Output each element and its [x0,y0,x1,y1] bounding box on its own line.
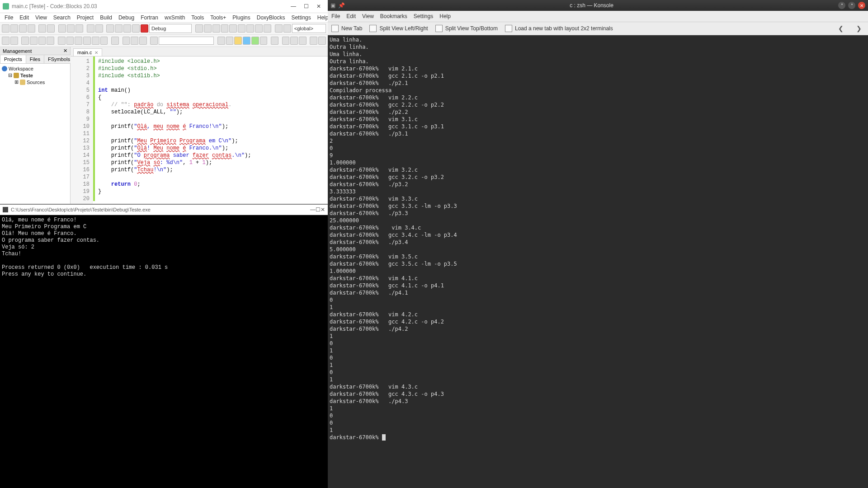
konsole-menu-view[interactable]: View [362,13,374,19]
code-editor[interactable]: 1234567891011121314151617181920 #include… [71,56,328,204]
abort-icon[interactable] [141,24,148,33]
menu-tools[interactable]: Tools [189,14,207,22]
menu-view[interactable]: View [33,14,50,22]
jump-back-icon[interactable] [123,37,130,45]
menu-settings[interactable]: Settings [288,14,313,22]
konsole-menu-settings[interactable]: Settings [414,13,433,19]
close-button[interactable]: ✕ [312,2,325,11]
next-instr-icon[interactable] [238,24,245,33]
build-target-dropdown[interactable]: Debug [149,24,192,33]
doxy6-icon[interactable] [100,37,108,45]
find-icon[interactable] [87,24,94,33]
mgmt-tab-projects[interactable]: Projects [0,55,26,63]
hl-clear-icon[interactable] [260,37,268,45]
hl-next-icon[interactable] [226,37,234,45]
replace-icon[interactable] [95,24,103,33]
app-menu-icon[interactable]: ▣ [330,2,335,9]
konsole-menu-file[interactable]: File [331,13,340,19]
hl-c-icon[interactable] [251,37,259,45]
run-last-icon[interactable] [150,37,158,45]
menu-file[interactable]: File [2,14,16,22]
menu-search[interactable]: Search [51,14,73,22]
menu-doxyblocks[interactable]: DoxyBlocks [254,14,288,22]
back-icon[interactable] [2,37,9,45]
konsole-maximize-button[interactable]: ˄ [848,2,855,9]
paste-icon[interactable] [75,24,83,33]
menu-edit[interactable]: Edit [17,14,32,22]
scope-dropdown[interactable]: <global> [292,24,326,33]
cut-icon[interactable] [58,24,66,33]
mgmt-tab-files[interactable]: Files [26,55,44,63]
console-maximize-button[interactable]: ☐ [316,206,321,213]
menu-wxsmith[interactable]: wxSmith [162,14,188,22]
build-icon[interactable] [106,24,114,33]
bookmark-next-icon[interactable] [38,37,46,45]
konsole-menu-bookmarks[interactable]: Bookmarks [380,13,407,19]
extra2-icon[interactable] [318,37,326,45]
bookmark-clear-icon[interactable] [47,37,54,45]
stop-debug-icon[interactable] [264,24,271,33]
bookmark-prev-icon[interactable] [30,37,38,45]
code-area[interactable]: #include <locale.h>#include <stdio.h>#in… [95,56,328,204]
pin-icon[interactable]: 📌 [338,2,345,9]
project-tree[interactable]: Workspace ⊟Teste ⊞Sources [0,64,70,204]
debug-start-icon[interactable] [195,24,203,33]
panel2-icon[interactable] [290,37,298,45]
doxy4-icon[interactable] [83,37,91,45]
rebuild-icon[interactable] [132,24,140,33]
konsole-minimize-button[interactable]: ˅ [838,2,845,9]
konsole-menu-help[interactable]: Help [439,13,451,19]
undo-icon[interactable] [38,24,46,33]
step-over-icon[interactable] [212,24,220,33]
maximize-button[interactable]: ☐ [300,2,312,11]
build-run-icon[interactable] [123,24,131,33]
split-tb-button[interactable]: Split View Top/Bottom [435,25,498,32]
console-minimize-button[interactable]: — [310,206,316,213]
doxy2-icon[interactable] [66,37,74,45]
run-icon[interactable] [115,24,123,33]
menu-build[interactable]: Build [97,14,115,22]
bookmark-icon[interactable] [21,37,29,45]
console-output[interactable]: Olá, meu nome é Franco! Meu Primeiro Pro… [0,215,328,488]
panel3-icon[interactable] [299,37,307,45]
hl-b-icon[interactable] [243,37,250,45]
open-icon[interactable] [10,24,18,33]
doxy-icon[interactable] [58,37,66,45]
jump-last-icon[interactable] [139,37,147,45]
menu-debug[interactable]: Debug [116,14,137,22]
file-tab-main-c[interactable]: main.c ✕ [73,48,102,56]
menu-project[interactable]: Project [74,14,96,22]
run-to-cursor-icon[interactable] [204,24,212,33]
management-close-icon[interactable]: ✕ [63,48,67,54]
konsole-close-button[interactable]: ✕ [858,2,865,9]
step-instr-icon[interactable] [246,24,254,33]
mgmt-tab-fsymbols[interactable]: FSymbols [44,55,74,63]
copy-icon[interactable] [67,24,75,33]
panel1-icon[interactable] [282,37,290,45]
tree-expand-icon[interactable]: ⊞ [14,79,19,85]
doxy5-icon[interactable] [92,37,99,45]
konsole-menu-edit[interactable]: Edit [346,13,356,19]
hl-prev-icon[interactable] [217,37,225,45]
save-icon[interactable] [19,24,27,33]
step-out-icon[interactable] [229,24,237,33]
minimize-button[interactable]: — [287,2,300,11]
debug-windows-icon[interactable] [275,24,283,33]
new-tab-button[interactable]: New Tab [331,25,362,32]
new-file-icon[interactable] [2,24,9,33]
close-tab-icon[interactable]: ✕ [94,50,98,55]
hl-a-icon[interactable] [234,37,242,45]
terminal-output[interactable]: Uma linha. Outra linha. Uma linha. Outra… [328,35,868,488]
doxy3-icon[interactable] [75,37,82,45]
step-into-icon[interactable] [221,24,229,33]
next-tab-button[interactable]: ❯ [854,25,864,32]
layout-2x2-button[interactable]: Load a new tab with layout 2x2 terminals [505,25,613,32]
search-input[interactable] [159,37,214,45]
select-tool-icon[interactable] [111,37,119,45]
break-icon[interactable] [255,24,263,33]
extra1-icon[interactable] [310,37,317,45]
split-lr-button[interactable]: Split View Left/Right [369,25,428,32]
forward-icon[interactable] [10,37,18,45]
menu-fortran[interactable]: Fortran [138,14,161,22]
console-close-button[interactable]: ✕ [321,206,325,213]
